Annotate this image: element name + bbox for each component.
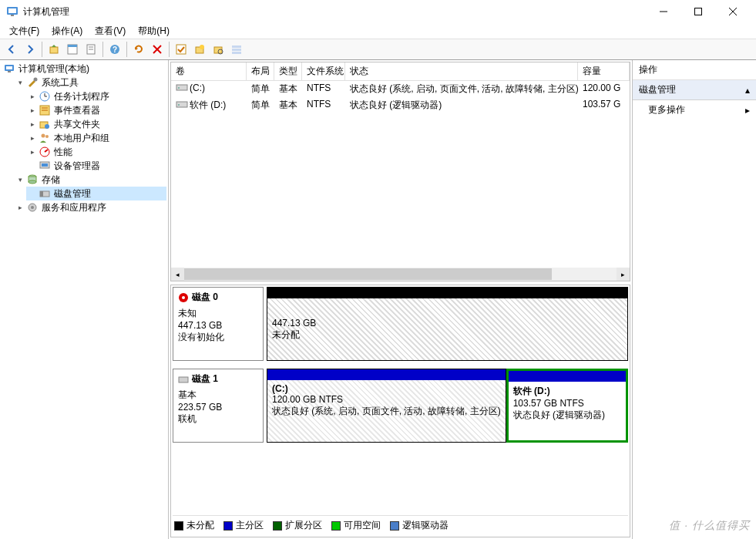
explore-button[interactable]: [210, 41, 227, 58]
col-type[interactable]: 类型: [274, 62, 302, 80]
check-button[interactable]: [173, 41, 190, 58]
tree-storage[interactable]: ▾ 存储: [14, 173, 166, 187]
menu-bar: 文件(F) 操作(A) 查看(V) 帮助(H): [0, 23, 756, 39]
svg-rect-17: [176, 45, 186, 54]
legend: 未分配 主分区 扩展分区 可用空间 逻辑驱动器: [173, 515, 628, 535]
col-layout[interactable]: 布局: [247, 62, 274, 80]
partition-c[interactable]: (C:) 120.00 GB NTFS 状态良好 (系统, 启动, 页面文件, …: [267, 369, 506, 443]
forward-button[interactable]: [22, 41, 39, 58]
actions-more-label: 更多操作: [648, 103, 685, 116]
properties-button[interactable]: [82, 41, 99, 58]
close-button[interactable]: [715, 0, 750, 23]
scroll-right-icon[interactable]: ▸: [617, 268, 630, 281]
svg-point-19: [200, 45, 204, 49]
expand-icon[interactable]: ▸: [28, 147, 37, 157]
maximize-button[interactable]: [680, 0, 715, 23]
tools-icon: [26, 76, 39, 89]
actions-section[interactable]: 磁盘管理 ▴: [633, 80, 756, 100]
tree-pane[interactable]: 计算机管理(本地) ▾ 系统工具 ▸任务计划程序 ▸事件查看器: [0, 60, 169, 539]
svg-rect-42: [42, 163, 48, 167]
new-button[interactable]: [191, 41, 208, 58]
back-button[interactable]: [3, 41, 20, 58]
tree-system-tools[interactable]: ▾ 系统工具: [14, 76, 166, 89]
scroll-left-icon[interactable]: ◂: [171, 268, 184, 281]
menu-file[interactable]: 文件(F): [3, 23, 45, 39]
view-button[interactable]: [64, 41, 81, 58]
part-name: 软件 (D:): [513, 385, 621, 398]
vol-capacity: 103.57 G: [578, 97, 630, 113]
disk-info[interactable]: 磁盘 1 基本 223.57 GB 联机: [173, 369, 264, 443]
users-icon: [39, 132, 51, 144]
actions-section-label: 磁盘管理: [639, 83, 676, 96]
col-capacity[interactable]: 容量: [578, 62, 630, 80]
tree-device-manager[interactable]: 设备管理器: [26, 159, 166, 173]
partition-unallocated[interactable]: 447.13 GB 未分配: [267, 287, 628, 361]
tree-local-users[interactable]: ▸本地用户和组: [26, 131, 166, 145]
part-size: 447.13 GB: [272, 318, 623, 328]
partition-d[interactable]: 软件 (D:) 103.57 GB NTFS 状态良好 (逻辑驱动器): [506, 369, 628, 443]
col-status[interactable]: 状态: [345, 62, 578, 80]
tree-event-viewer[interactable]: ▸事件查看器: [26, 103, 166, 117]
disk-row[interactable]: 磁盘 0 未知 447.13 GB 没有初始化 447.13 GB 未分配: [173, 287, 628, 361]
toolbar: ?: [0, 39, 756, 60]
collapse-icon[interactable]: ▴: [745, 85, 750, 96]
tree-shared-folders[interactable]: ▸共享文件夹: [26, 117, 166, 131]
delete-button[interactable]: [149, 41, 166, 58]
list-button[interactable]: [228, 41, 245, 58]
expand-icon[interactable]: ▸: [28, 120, 37, 129]
volume-row[interactable]: (C:) 简单 基本 NTFS 状态良好 (系统, 启动, 页面文件, 活动, …: [171, 81, 630, 97]
svg-point-38: [45, 135, 49, 138]
svg-rect-47: [40, 191, 43, 197]
vol-status: 状态良好 (逻辑驱动器): [345, 97, 578, 113]
collapse-icon[interactable]: ▾: [15, 78, 25, 87]
tree-services[interactable]: ▸ 服务和应用程序: [14, 200, 166, 214]
svg-rect-9: [68, 45, 77, 47]
menu-view[interactable]: 查看(V): [89, 23, 132, 39]
tree-label: 磁盘管理: [54, 187, 91, 200]
menu-action[interactable]: 操作(A): [45, 23, 89, 39]
collapse-icon[interactable]: ▾: [15, 175, 25, 184]
legend-label: 未分配: [186, 519, 214, 532]
disk-info[interactable]: 磁盘 0 未知 447.13 GB 没有初始化: [173, 287, 264, 361]
disk-state: 联机: [178, 413, 258, 426]
volume-list[interactable]: 卷 布局 类型 文件系统 状态 容量 (C:) 简单 基本 NTFS 状态良好 …: [170, 62, 630, 281]
help-button[interactable]: ?: [106, 41, 123, 58]
vol-name: (C:): [190, 83, 205, 93]
tree-label: 服务和应用程序: [42, 201, 106, 214]
tree-root-label: 计算机管理(本地): [18, 62, 89, 76]
actions-header: 操作: [633, 60, 756, 80]
part-state: 未分配: [272, 328, 623, 342]
disk-type: 基本: [178, 389, 258, 402]
minimize-button[interactable]: [646, 0, 680, 23]
expand-icon[interactable]: ▸: [28, 133, 37, 143]
tree-label: 设备管理器: [54, 160, 100, 173]
window-title: 计算机管理: [23, 5, 646, 19]
tree-task-scheduler[interactable]: ▸任务计划程序: [26, 89, 166, 103]
tree-performance[interactable]: ▸性能: [26, 145, 166, 159]
tree-root[interactable]: 计算机管理(本地): [2, 62, 166, 76]
tree-label: 任务计划程序: [54, 90, 109, 103]
disk-row[interactable]: 磁盘 1 基本 223.57 GB 联机 (C:) 120.00 GB NTFS…: [173, 369, 628, 443]
menu-help[interactable]: 帮助(H): [132, 23, 176, 39]
clock-icon: [39, 90, 51, 103]
up-button[interactable]: [45, 41, 62, 58]
disk-graphics-pane[interactable]: 磁盘 0 未知 447.13 GB 没有初始化 447.13 GB 未分配: [170, 285, 630, 537]
disk-size: 447.13 GB: [178, 320, 258, 331]
legend-label: 可用空间: [344, 519, 381, 532]
col-volume[interactable]: 卷: [171, 62, 247, 80]
expand-icon[interactable]: ▸: [15, 203, 25, 212]
event-icon: [39, 104, 51, 116]
tree-disk-management[interactable]: 磁盘管理: [26, 187, 166, 200]
expand-icon[interactable]: ▸: [28, 106, 37, 115]
actions-more[interactable]: 更多操作 ▸: [633, 100, 756, 120]
storage-icon: [26, 173, 39, 186]
part-status: 状态良好 (系统, 启动, 页面文件, 活动, 故障转储, 主分区): [272, 405, 501, 418]
horizontal-scrollbar[interactable]: ◂ ▸: [171, 268, 630, 281]
part-size: 120.00 GB NTFS: [272, 394, 501, 405]
svg-rect-24: [232, 52, 241, 54]
computer-icon: [3, 62, 15, 75]
expand-icon[interactable]: ▸: [28, 92, 37, 101]
volume-row[interactable]: 软件 (D:) 简单 基本 NTFS 状态良好 (逻辑驱动器) 103.57 G: [171, 97, 630, 113]
col-fs[interactable]: 文件系统: [302, 62, 345, 80]
refresh-button[interactable]: [130, 41, 147, 58]
